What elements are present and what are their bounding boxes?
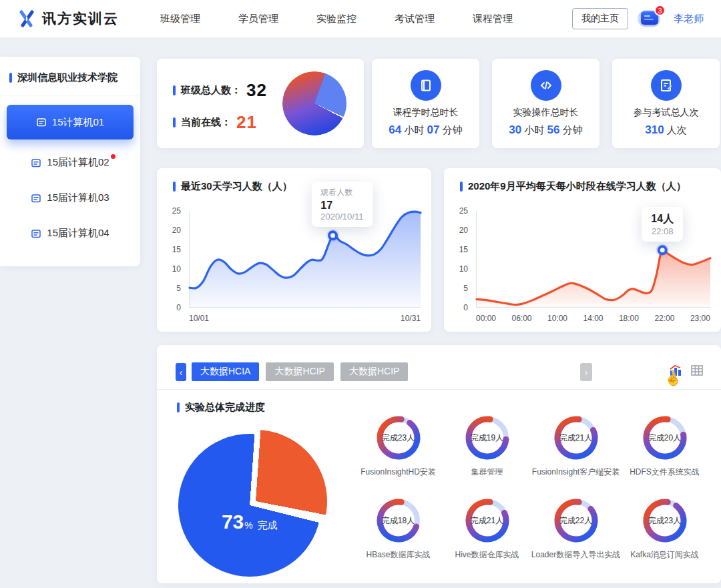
donut-ring-chart: 完成18人 (374, 496, 423, 545)
chart-tooltip: 观看人数 17 2020/10/11 (311, 182, 373, 227)
username[interactable]: 李老师 (674, 13, 704, 25)
x-axis: 10/0110/31 (189, 314, 421, 323)
card-value: 30 小时 56 分钟 (492, 123, 599, 137)
donut-name: Hive数据仓库实战 (455, 549, 519, 561)
experiment-donut[interactable]: 完成21人 FusionInsight客户端安装 (531, 413, 620, 496)
course-tab[interactable]: 大数据HCIA (192, 362, 259, 381)
y-tick-label: 5 (176, 284, 181, 293)
course-tab[interactable]: 大数据HCIP (340, 362, 408, 381)
class-total-label: 班级总人数： (181, 84, 241, 97)
notification-badge[interactable]: 3 (654, 5, 666, 16)
section-title-row: 实验总体完成进度 (177, 401, 265, 414)
online-value: 21 (236, 112, 257, 133)
x-tick-label: 10/01 (189, 314, 209, 323)
donut-center-label: 完成23人 (640, 496, 690, 545)
header-right: 我的主页 3 李老师 (572, 7, 704, 30)
experiment-donut[interactable]: 完成19人 集群管理 (443, 413, 531, 496)
area-chart (190, 211, 421, 307)
donut-ring-chart: 完成21人 (551, 413, 601, 463)
course-tab[interactable]: 大数据HCIP (266, 362, 333, 381)
nav-item[interactable]: 学员管理 (238, 13, 278, 25)
course-tabs-row: ‹ 大数据HCIA 大数据HCIP 大数据HCIP › ☝ (176, 362, 704, 382)
donut-center-label: 完成22人 (551, 496, 601, 545)
app-logo[interactable]: 讯方实训云 (17, 9, 119, 28)
x-axis: 00:0006:0010:0014:0018:0022:0023:00 (476, 314, 710, 323)
line-chart-plot[interactable]: 14人 22:08 (476, 211, 710, 308)
donut-center-label: 完成21人 (551, 413, 601, 463)
nav-item[interactable]: 实验监控 (316, 13, 356, 25)
experiment-donut[interactable]: 完成23人 FusionInsightHD安装 (354, 413, 443, 496)
tooltip-value: 17 (320, 200, 363, 212)
exam-count-card: 参与考试总人次 310 人次 (612, 59, 720, 148)
donut-ring-chart: 完成22人 (551, 496, 601, 545)
divider (157, 389, 721, 390)
nav-item[interactable]: 课程管理 (473, 13, 513, 25)
percent-value: 73 (222, 511, 244, 533)
donut-name: Loader数据导入导出实战 (531, 549, 620, 561)
donut-ring-chart: 完成23人 (374, 413, 423, 463)
logo-icon (17, 9, 36, 28)
value-unit: 小时 (521, 124, 547, 135)
class-label: 15计算机01 (52, 116, 104, 129)
class-icon (36, 117, 47, 127)
value-unit: 人次 (664, 124, 687, 135)
value-unit: 分钟 (560, 124, 583, 135)
donut-ring-chart: 完成21人 (463, 496, 512, 545)
experiment-donut-grid: 完成23人 FusionInsightHD安装 完成19人 集群管理 (354, 413, 718, 579)
value-unit: 分钟 (440, 124, 463, 135)
sidebar-class-item[interactable]: 15届计算机04 (0, 216, 140, 251)
user-avatar[interactable]: 3 (638, 7, 664, 30)
experiment-donut[interactable]: 完成21人 Hive数据仓库实战 (443, 496, 531, 579)
experiment-donut[interactable]: 完成18人 HBase数据库实战 (354, 496, 443, 579)
class-label: 15届计算机02 (47, 156, 109, 169)
nav-item[interactable]: 班级管理 (160, 13, 200, 25)
chart-title: 最近30天学习人数（人） (181, 180, 292, 193)
sidebar-class-item[interactable]: 15计算机01 (7, 105, 134, 139)
exam-icon (651, 70, 682, 101)
y-axis: 2520151050 (165, 211, 185, 308)
card-value: 310 人次 (612, 123, 720, 137)
title-bar-accent (460, 182, 463, 192)
tabs-prev-button[interactable]: ‹ (176, 363, 186, 381)
chart-title: 2020年9月平均每天每小时段在线学习人数（人） (468, 180, 686, 193)
class-icon (31, 158, 41, 168)
nav-item[interactable]: 考试管理 (395, 13, 435, 25)
x-tick-label: 23:00 (690, 314, 710, 323)
sidebar-class-item[interactable]: 15届计算机03 (0, 180, 140, 216)
experiment-donut[interactable]: 完成23人 Kafka消息订阅实战 (620, 496, 709, 579)
donut-center-label: 完成20人 (640, 413, 690, 463)
card-value: 64 小时 07 分钟 (372, 123, 479, 137)
tab-list: 大数据HCIA 大数据HCIP 大数据HCIP (192, 362, 408, 381)
section-title: 实验总体完成进度 (185, 401, 265, 414)
class-online-pie-chart[interactable] (282, 71, 346, 135)
class-icon (31, 193, 41, 204)
class-stats-card: 班级总人数： 32 当前在线： 21 (157, 59, 364, 148)
my-homepage-button[interactable]: 我的主页 (572, 8, 628, 29)
experiment-progress-card: ‹ 大数据HCIA 大数据HCIP 大数据HCIP › ☝ (157, 345, 721, 583)
book-icon (411, 70, 441, 101)
class-label: 15届计算机03 (47, 192, 109, 204)
card-title: 课程学时总时长 (372, 107, 479, 119)
value-number: 07 (427, 123, 440, 136)
experiment-donut[interactable]: 完成20人 HDFS文件系统实战 (620, 413, 709, 496)
table-view-icon[interactable] (690, 364, 704, 377)
y-tick-label: 0 (463, 303, 468, 312)
donut-center-label: 完成21人 (463, 496, 512, 545)
line-chart-plot[interactable]: 观看人数 17 2020/10/11 (189, 211, 421, 308)
online-row: 当前在线： 21 (173, 112, 257, 133)
donut-name: Kafka消息订阅实战 (630, 549, 699, 561)
experiment-donut[interactable]: 完成22人 Loader数据导入导出实战 (531, 496, 620, 579)
sidebar-class-item[interactable]: 15届计算机02 (0, 145, 140, 180)
tabs-next-button[interactable]: › (580, 363, 592, 381)
value-number: 64 (389, 123, 401, 136)
donut-ring-chart: 完成19人 (463, 413, 512, 463)
app-title: 讯方实训云 (42, 9, 119, 28)
x-tick-label: 14:00 (583, 314, 603, 323)
experiment-hours-card: 实验操作总时长 30 小时 56 分钟 (492, 59, 599, 148)
overall-completion-pie-chart[interactable]: 73 % 完成 (181, 432, 324, 575)
notification-dot (111, 154, 115, 159)
donut-center-label: 完成18人 (374, 496, 423, 545)
pie-slice-complete (178, 434, 321, 577)
class-icon (31, 228, 41, 239)
y-tick-label: 10 (172, 264, 181, 274)
